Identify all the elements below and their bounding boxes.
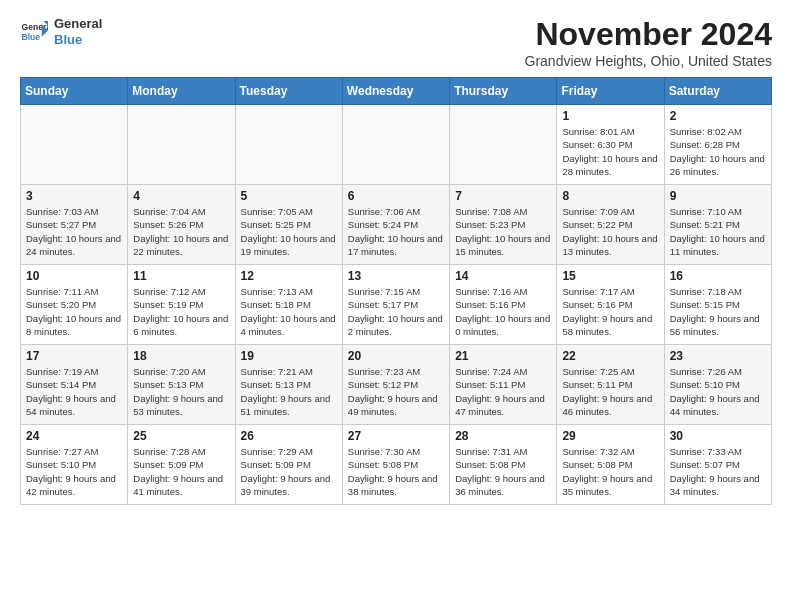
calendar-table: SundayMondayTuesdayWednesdayThursdayFrid… (20, 77, 772, 505)
day-cell: 18Sunrise: 7:20 AM Sunset: 5:13 PM Dayli… (128, 345, 235, 425)
day-number: 27 (348, 429, 444, 443)
day-number: 3 (26, 189, 122, 203)
day-info: Sunrise: 7:31 AM Sunset: 5:08 PM Dayligh… (455, 445, 551, 498)
day-cell: 13Sunrise: 7:15 AM Sunset: 5:17 PM Dayli… (342, 265, 449, 345)
day-cell (235, 105, 342, 185)
day-info: Sunrise: 7:05 AM Sunset: 5:25 PM Dayligh… (241, 205, 337, 258)
day-info: Sunrise: 7:09 AM Sunset: 5:22 PM Dayligh… (562, 205, 658, 258)
day-number: 24 (26, 429, 122, 443)
day-cell: 3Sunrise: 7:03 AM Sunset: 5:27 PM Daylig… (21, 185, 128, 265)
day-number: 20 (348, 349, 444, 363)
day-cell: 6Sunrise: 7:06 AM Sunset: 5:24 PM Daylig… (342, 185, 449, 265)
logo-text-blue: Blue (54, 32, 102, 48)
day-cell (342, 105, 449, 185)
day-info: Sunrise: 7:12 AM Sunset: 5:19 PM Dayligh… (133, 285, 229, 338)
day-info: Sunrise: 7:10 AM Sunset: 5:21 PM Dayligh… (670, 205, 766, 258)
day-cell: 1Sunrise: 8:01 AM Sunset: 6:30 PM Daylig… (557, 105, 664, 185)
day-info: Sunrise: 7:15 AM Sunset: 5:17 PM Dayligh… (348, 285, 444, 338)
week-row-2: 3Sunrise: 7:03 AM Sunset: 5:27 PM Daylig… (21, 185, 772, 265)
day-number: 14 (455, 269, 551, 283)
day-number: 2 (670, 109, 766, 123)
day-number: 4 (133, 189, 229, 203)
day-number: 22 (562, 349, 658, 363)
day-info: Sunrise: 7:26 AM Sunset: 5:10 PM Dayligh… (670, 365, 766, 418)
day-cell: 28Sunrise: 7:31 AM Sunset: 5:08 PM Dayli… (450, 425, 557, 505)
day-number: 21 (455, 349, 551, 363)
day-cell: 24Sunrise: 7:27 AM Sunset: 5:10 PM Dayli… (21, 425, 128, 505)
day-cell: 19Sunrise: 7:21 AM Sunset: 5:13 PM Dayli… (235, 345, 342, 425)
day-cell: 27Sunrise: 7:30 AM Sunset: 5:08 PM Dayli… (342, 425, 449, 505)
logo-icon: General Blue (20, 18, 48, 46)
day-info: Sunrise: 7:16 AM Sunset: 5:16 PM Dayligh… (455, 285, 551, 338)
day-info: Sunrise: 7:19 AM Sunset: 5:14 PM Dayligh… (26, 365, 122, 418)
header-row: SundayMondayTuesdayWednesdayThursdayFrid… (21, 78, 772, 105)
day-cell: 11Sunrise: 7:12 AM Sunset: 5:19 PM Dayli… (128, 265, 235, 345)
day-info: Sunrise: 7:06 AM Sunset: 5:24 PM Dayligh… (348, 205, 444, 258)
day-cell: 10Sunrise: 7:11 AM Sunset: 5:20 PM Dayli… (21, 265, 128, 345)
day-number: 1 (562, 109, 658, 123)
day-info: Sunrise: 7:04 AM Sunset: 5:26 PM Dayligh… (133, 205, 229, 258)
day-info: Sunrise: 8:01 AM Sunset: 6:30 PM Dayligh… (562, 125, 658, 178)
day-number: 29 (562, 429, 658, 443)
col-header-tuesday: Tuesday (235, 78, 342, 105)
day-info: Sunrise: 7:33 AM Sunset: 5:07 PM Dayligh… (670, 445, 766, 498)
day-cell: 2Sunrise: 8:02 AM Sunset: 6:28 PM Daylig… (664, 105, 771, 185)
day-number: 5 (241, 189, 337, 203)
day-number: 30 (670, 429, 766, 443)
day-number: 12 (241, 269, 337, 283)
day-cell: 22Sunrise: 7:25 AM Sunset: 5:11 PM Dayli… (557, 345, 664, 425)
day-cell: 29Sunrise: 7:32 AM Sunset: 5:08 PM Dayli… (557, 425, 664, 505)
day-cell: 20Sunrise: 7:23 AM Sunset: 5:12 PM Dayli… (342, 345, 449, 425)
day-info: Sunrise: 7:21 AM Sunset: 5:13 PM Dayligh… (241, 365, 337, 418)
day-info: Sunrise: 7:29 AM Sunset: 5:09 PM Dayligh… (241, 445, 337, 498)
day-info: Sunrise: 7:08 AM Sunset: 5:23 PM Dayligh… (455, 205, 551, 258)
day-cell: 12Sunrise: 7:13 AM Sunset: 5:18 PM Dayli… (235, 265, 342, 345)
day-cell: 14Sunrise: 7:16 AM Sunset: 5:16 PM Dayli… (450, 265, 557, 345)
day-number: 23 (670, 349, 766, 363)
day-cell: 21Sunrise: 7:24 AM Sunset: 5:11 PM Dayli… (450, 345, 557, 425)
svg-text:Blue: Blue (22, 31, 41, 41)
day-number: 6 (348, 189, 444, 203)
day-cell: 17Sunrise: 7:19 AM Sunset: 5:14 PM Dayli… (21, 345, 128, 425)
day-info: Sunrise: 7:20 AM Sunset: 5:13 PM Dayligh… (133, 365, 229, 418)
day-cell: 7Sunrise: 7:08 AM Sunset: 5:23 PM Daylig… (450, 185, 557, 265)
logo-text-general: General (54, 16, 102, 32)
col-header-monday: Monday (128, 78, 235, 105)
day-cell: 30Sunrise: 7:33 AM Sunset: 5:07 PM Dayli… (664, 425, 771, 505)
week-row-5: 24Sunrise: 7:27 AM Sunset: 5:10 PM Dayli… (21, 425, 772, 505)
day-info: Sunrise: 7:24 AM Sunset: 5:11 PM Dayligh… (455, 365, 551, 418)
day-cell: 9Sunrise: 7:10 AM Sunset: 5:21 PM Daylig… (664, 185, 771, 265)
month-title: November 2024 (525, 16, 772, 53)
day-number: 16 (670, 269, 766, 283)
col-header-sunday: Sunday (21, 78, 128, 105)
day-info: Sunrise: 8:02 AM Sunset: 6:28 PM Dayligh… (670, 125, 766, 178)
day-cell: 26Sunrise: 7:29 AM Sunset: 5:09 PM Dayli… (235, 425, 342, 505)
page-header: General Blue General Blue November 2024 … (20, 16, 772, 69)
col-header-wednesday: Wednesday (342, 78, 449, 105)
day-number: 13 (348, 269, 444, 283)
day-number: 8 (562, 189, 658, 203)
day-cell: 23Sunrise: 7:26 AM Sunset: 5:10 PM Dayli… (664, 345, 771, 425)
day-number: 17 (26, 349, 122, 363)
day-number: 10 (26, 269, 122, 283)
day-info: Sunrise: 7:30 AM Sunset: 5:08 PM Dayligh… (348, 445, 444, 498)
day-cell: 15Sunrise: 7:17 AM Sunset: 5:16 PM Dayli… (557, 265, 664, 345)
col-header-thursday: Thursday (450, 78, 557, 105)
day-cell (450, 105, 557, 185)
day-info: Sunrise: 7:23 AM Sunset: 5:12 PM Dayligh… (348, 365, 444, 418)
week-row-4: 17Sunrise: 7:19 AM Sunset: 5:14 PM Dayli… (21, 345, 772, 425)
day-cell: 8Sunrise: 7:09 AM Sunset: 5:22 PM Daylig… (557, 185, 664, 265)
day-number: 19 (241, 349, 337, 363)
day-cell (21, 105, 128, 185)
col-header-saturday: Saturday (664, 78, 771, 105)
day-cell (128, 105, 235, 185)
day-info: Sunrise: 7:32 AM Sunset: 5:08 PM Dayligh… (562, 445, 658, 498)
logo: General Blue General Blue (20, 16, 102, 47)
week-row-3: 10Sunrise: 7:11 AM Sunset: 5:20 PM Dayli… (21, 265, 772, 345)
day-number: 11 (133, 269, 229, 283)
title-area: November 2024 Grandview Heights, Ohio, U… (525, 16, 772, 69)
day-cell: 16Sunrise: 7:18 AM Sunset: 5:15 PM Dayli… (664, 265, 771, 345)
day-info: Sunrise: 7:27 AM Sunset: 5:10 PM Dayligh… (26, 445, 122, 498)
day-cell: 5Sunrise: 7:05 AM Sunset: 5:25 PM Daylig… (235, 185, 342, 265)
day-info: Sunrise: 7:03 AM Sunset: 5:27 PM Dayligh… (26, 205, 122, 258)
